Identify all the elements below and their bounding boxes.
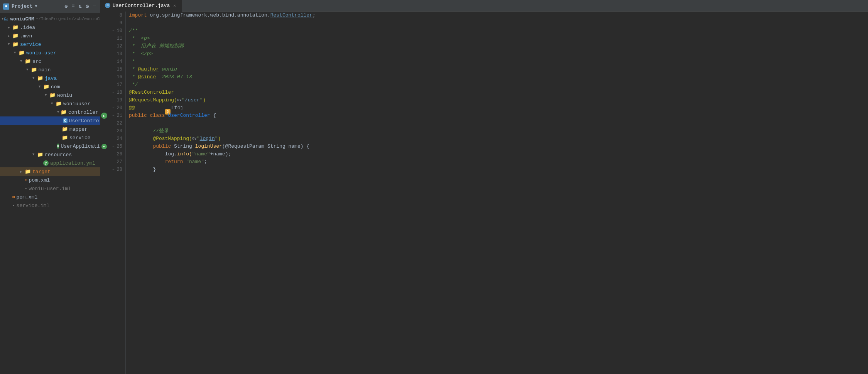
- line-num-16: 16: [110, 73, 122, 81]
- token: (@RequestParam String name) {: [222, 143, 309, 150]
- code-line-16: * @since 2023-07-13: [129, 73, 865, 81]
- token: UserController: [168, 112, 210, 120]
- token: ;: [204, 158, 207, 166]
- tree-item-java[interactable]: ▼ 📁 java: [0, 74, 100, 83]
- line-num-28: −28: [110, 166, 122, 174]
- code-content[interactable]: import org.springframework.web.bind.anno…: [126, 12, 868, 374]
- tree-item-UserApplication[interactable]: ✿ UserApplication: [0, 142, 100, 150]
- expand-arrow: ▶: [20, 170, 25, 174]
- code-line-28: }: [129, 166, 865, 174]
- collapse-btn-10[interactable]: −: [112, 27, 114, 35]
- minimize-button[interactable]: −: [92, 2, 97, 10]
- expand-all-button[interactable]: ⇅: [78, 2, 83, 10]
- locate-file-button[interactable]: ⊕: [64, 2, 68, 10]
- folder-icon: 📁: [25, 168, 31, 175]
- collapse-btn-28[interactable]: −: [112, 166, 114, 174]
- token: *: [129, 66, 138, 73]
- token: import: [129, 12, 150, 19]
- code-editor[interactable]: ▶ ▶ 8 9 −10 11 12 13 14 15 16: [100, 12, 868, 374]
- expand-arrow: ▼: [8, 42, 12, 46]
- gutter-cell-10: [100, 27, 108, 35]
- line-num-23: 23: [110, 127, 122, 135]
- token: ⊙∨: [192, 135, 197, 143]
- folder-icon: 📁: [43, 84, 49, 90]
- tree-item-woniu-user-iml[interactable]: ▪ woniu-user.iml: [0, 184, 100, 193]
- token: @PostMapping(: [129, 135, 192, 143]
- tree-item-woniuCRM[interactable]: ▼ 🗂 woniuCRM ~/IdeaProjects/zwb/woniuCRM: [0, 15, 100, 23]
- gutter-cell-23: [100, 127, 108, 135]
- settings-button[interactable]: ⚙: [85, 2, 90, 10]
- collapse-btn-21[interactable]: −: [112, 112, 114, 120]
- line-num-10: −10: [110, 27, 122, 35]
- tree-item-service-inner[interactable]: 📁 service: [0, 133, 100, 142]
- gutter-cell-13: [100, 50, 108, 58]
- line-num-12: 12: [110, 42, 122, 50]
- gutter-cell-28: [100, 166, 108, 174]
- tree-item-label: resources: [45, 152, 72, 158]
- collapse-btn-18[interactable]: −: [112, 89, 114, 96]
- sidebar-title: Project: [12, 3, 33, 9]
- tree-item-main[interactable]: ▼ 📁 main: [0, 66, 100, 74]
- folder-icon: 📁: [12, 41, 19, 47]
- run-button-21[interactable]: ▶: [101, 113, 107, 119]
- token: "name": [186, 158, 204, 166]
- tree-item-controller[interactable]: ▼ 📁 controller: [0, 108, 100, 116]
- tree-item-mapper[interactable]: 📁 mapper: [0, 125, 100, 133]
- gutter-run-25[interactable]: ▶: [100, 143, 108, 150]
- tree-item-mvn[interactable]: ▶ 📁 .mvn: [0, 32, 100, 40]
- line-num-24: 24: [110, 135, 122, 143]
- collapse-btn-25[interactable]: −: [112, 143, 114, 150]
- tree-item-resources[interactable]: ▼ 📁 resources: [0, 150, 100, 159]
- expand-arrow: ▼: [14, 51, 19, 55]
- gutter-cell-8: [100, 12, 108, 19]
- expand-arrow: ▼: [51, 102, 56, 106]
- token: return: [165, 158, 186, 166]
- token: ": [200, 96, 203, 104]
- tree-item-service-iml[interactable]: ▪ service.iml: [0, 201, 100, 210]
- tree-item-woniu-user[interactable]: ▼ 📁 woniu-user: [0, 49, 100, 57]
- tree-item-woniu[interactable]: ▼ 📁 woniu: [0, 91, 100, 99]
- sidebar-header: ■ Project ▼ ⊕ ≡ ⇅ ⚙ −: [0, 0, 100, 13]
- collapse-btn-20[interactable]: −: [112, 104, 114, 112]
- expand-arrow: ▼: [32, 153, 37, 157]
- project-dropdown-arrow[interactable]: ▼: [35, 4, 37, 8]
- tree-item-UserController[interactable]: C UserController: [0, 116, 100, 125]
- tab-label: UserController.java: [113, 3, 170, 8]
- token: @since: [138, 73, 156, 81]
- sidebar-header-left: ■ Project ▼: [3, 3, 37, 10]
- gutter-cell-9: [100, 19, 108, 27]
- tree-item-target[interactable]: ▶ 📁 target: [0, 167, 100, 176]
- editor-gutter: ▶ ▶: [100, 12, 108, 374]
- line-num-26: 26: [110, 150, 122, 158]
- tree-item-application-yml[interactable]: y application.yml: [0, 159, 100, 167]
- tree-item-label: woniuCRM: [10, 16, 34, 22]
- folder-icon: 📁: [37, 152, 43, 158]
- tree-item-label: woniu-user.iml: [29, 186, 71, 192]
- collapse-all-button[interactable]: ≡: [71, 2, 75, 10]
- tree-item-service[interactable]: ▼ 📁 service: [0, 40, 100, 49]
- folder-icon: 📁: [25, 58, 31, 64]
- token: * </p>: [129, 50, 153, 58]
- token: ;: [312, 12, 316, 19]
- line-num-11: 11: [110, 35, 122, 42]
- tree-item-label: UserController: [69, 118, 100, 124]
- gutter-cell-11: [100, 35, 108, 42]
- tree-item-com[interactable]: ▼ 📁 com: [0, 83, 100, 91]
- tree-item-woniuuser[interactable]: ▼ 📁 woniuuser: [0, 99, 100, 108]
- folder-icon: 📁: [62, 135, 68, 141]
- tab-UserController[interactable]: C UserController.java ✕: [100, 0, 182, 12]
- tree-item-label: target: [32, 169, 51, 175]
- gutter-cell-15: [100, 66, 108, 73]
- expand-arrow: ▼: [26, 68, 31, 72]
- code-line-12: * 用户表 前端控制器: [129, 42, 865, 50]
- tree-item-pom-root[interactable]: m pom.xml: [0, 193, 100, 201]
- tree-item-src[interactable]: ▼ 📁 src: [0, 57, 100, 66]
- tree-item-idea[interactable]: ▶ 📁 .idea: [0, 23, 100, 32]
- token: @author: [138, 66, 159, 73]
- tab-close-button[interactable]: ✕: [172, 3, 177, 8]
- tree-item-pom-woniu[interactable]: m pom.xml: [0, 176, 100, 184]
- gutter-cell-27: [100, 158, 108, 166]
- gutter-run-21[interactable]: ▶: [100, 112, 108, 120]
- code-line-11: * <p>: [129, 35, 865, 42]
- run-button-25[interactable]: ▶: [101, 144, 107, 149]
